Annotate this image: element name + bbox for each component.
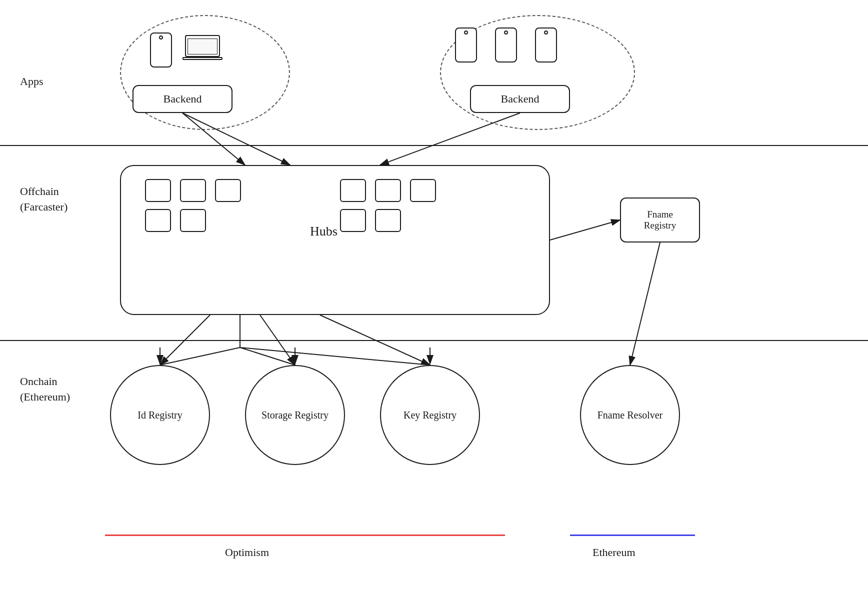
diagram: Apps Offchain(Farcaster) Onchain(Ethereu… [0,0,868,590]
hub-sq-7 [375,179,401,202]
hub-sq-9 [340,209,366,232]
hub-sq-1 [145,179,171,202]
ethereum-line [570,534,695,536]
storage-registry-circle: Storage Registry [245,365,345,465]
apps-label: Apps [20,74,43,90]
hubs-label: Hubs [310,224,338,239]
hub-sq-6 [340,179,366,202]
divider-bottom [0,340,868,341]
fname-registry-box: FnameRegistry [620,198,700,242]
hub-sq-3 [215,179,241,202]
divider-top [0,145,868,146]
key-registry-circle: Key Registry [380,365,480,465]
hub-sq-10 [375,209,401,232]
fname-resolver-circle: Fname Resolver [580,365,680,465]
hub-sq-5 [180,209,206,232]
onchain-label: Onchain(Ethereum) [20,374,70,405]
hub-sq-8 [410,179,436,202]
id-registry-circle: Id Registry [110,365,210,465]
laptop-icon-left [185,35,220,60]
hub-sq-4 [145,209,171,232]
phone-icon-left [150,32,172,68]
phone-icon-right-3 [535,28,557,62]
phone-icon-right-1 [455,28,477,62]
ethereum-label: Ethereum [592,546,636,559]
optimism-label: Optimism [225,546,269,559]
backend-box-right: Backend [470,85,570,113]
optimism-line [105,534,505,536]
hub-sq-2 [180,179,206,202]
phone-icon-right-2 [495,28,517,62]
offchain-label: Offchain(Farcaster) [20,184,68,215]
backend-box-left: Backend [132,85,232,113]
